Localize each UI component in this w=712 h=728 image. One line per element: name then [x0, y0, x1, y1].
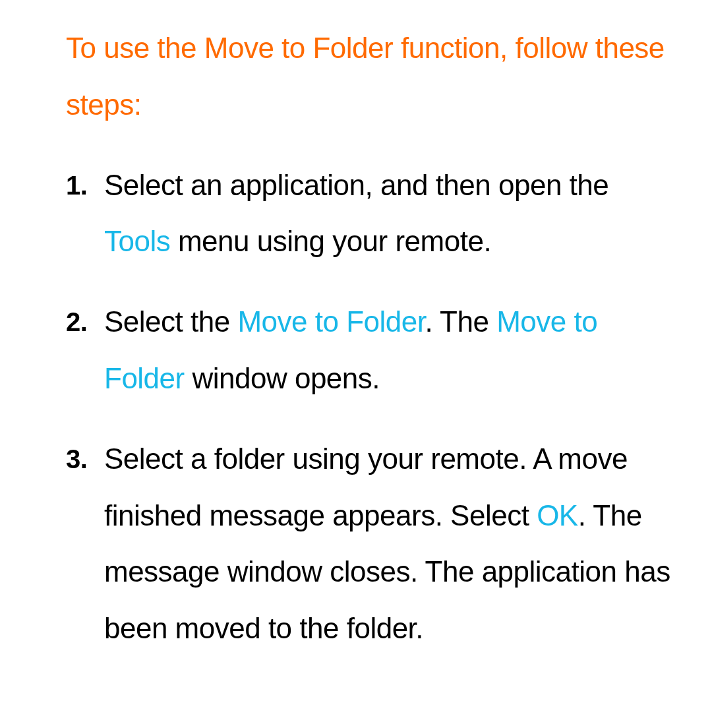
- page-heading: To use the Move to Folder function, foll…: [66, 20, 672, 133]
- step-item: Select a folder using your remote. A mov…: [66, 431, 672, 657]
- highlight-text: Move to Folder: [237, 305, 425, 338]
- highlight-text: Tools: [104, 225, 170, 257]
- step-text: Select the: [104, 305, 237, 338]
- step-text: . The: [425, 305, 496, 338]
- step-item: Select the Move to Folder. The Move to F…: [66, 293, 672, 407]
- step-item: Select an application, and then open the…: [66, 157, 672, 270]
- step-text: menu using your remote.: [170, 225, 491, 257]
- step-text: window opens.: [185, 362, 380, 394]
- highlight-text: OK: [537, 499, 578, 531]
- document-page: To use the Move to Folder function, foll…: [0, 0, 712, 677]
- step-text: Select an application, and then open the: [104, 169, 608, 201]
- steps-list: Select an application, and then open the…: [66, 157, 672, 657]
